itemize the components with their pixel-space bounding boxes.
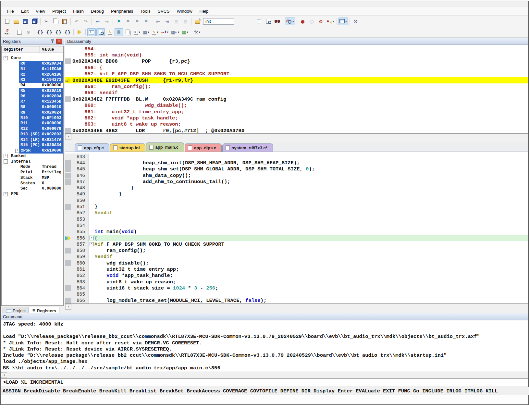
- chevron-down-icon[interactable]: ▾: [199, 31, 200, 34]
- run-to-line-icon[interactable]: {}: [63, 28, 72, 36]
- menu-item-svcs[interactable]: SVCS: [154, 8, 173, 15]
- expand-icon[interactable]: +: [15, 149, 19, 153]
- register-row[interactable]: R100x6F1003: [2, 115, 63, 121]
- chevron-down-icon[interactable]: ▾: [187, 31, 189, 34]
- command-window-icon[interactable]: [87, 28, 96, 36]
- symbol-window-icon[interactable]: [105, 28, 114, 36]
- disassembly-view[interactable]: 854: 855: int main(void)0x020A34DC BD08 …: [65, 45, 528, 134]
- disassembly-line[interactable]: 861: uint32_t time_entry_app;: [65, 109, 528, 115]
- redo-icon[interactable]: ↷: [81, 18, 90, 25]
- chevron-down-icon[interactable]: ▾: [292, 20, 294, 23]
- menu-item-flash[interactable]: Flash: [69, 8, 87, 15]
- system-viewer-icon[interactable]: ▦▾: [181, 28, 189, 36]
- menu-item-edit[interactable]: Edit: [18, 8, 32, 15]
- fold-collapse-icon[interactable]: -: [90, 242, 94, 246]
- disassembly-line[interactable]: 860: wdg_disable();: [65, 103, 528, 109]
- trace-window-icon[interactable]: ▦↓▾: [170, 28, 180, 36]
- register-row[interactable]: ModeThread: [2, 164, 63, 170]
- reset-icon[interactable]: ↺RST: [3, 28, 11, 36]
- register-row[interactable]: R30x194373: [2, 77, 63, 83]
- register-row[interactable]: R70x12345B: [2, 99, 63, 105]
- go-icon[interactable]: [75, 28, 84, 36]
- chevron-down-icon[interactable]: ▾: [333, 20, 334, 23]
- save-all-icon[interactable]: [30, 18, 39, 25]
- cut-icon[interactable]: ✂: [42, 18, 51, 25]
- serial-window-icon[interactable]: ▾: [151, 28, 159, 36]
- disassembly-line[interactable]: 0x020A34E6 48B2 LDR r0,[pc,#712] ; @0x02…: [65, 128, 528, 134]
- kill-all-breakpoints-icon[interactable]: ▾: [326, 18, 335, 25]
- editor-tab-app-cfg-c[interactable]: app_cfg.c: [75, 143, 109, 152]
- disable-all-breakpoints-icon[interactable]: ⊘: [317, 18, 325, 25]
- command-input[interactable]: >LOAD %L INCREMENTAL: [1, 378, 528, 386]
- configuration-wizard-icon[interactable]: [193, 18, 202, 25]
- indent-icon[interactable]: ⇥: [163, 18, 171, 25]
- register-row[interactable]: R00x020A34: [2, 61, 63, 67]
- register-row[interactable]: StackMSP: [2, 175, 63, 181]
- find-in-files-icon[interactable]: [264, 18, 272, 25]
- register-row[interactable]: R40x000000: [2, 83, 63, 88]
- register-row[interactable]: R120x000079: [2, 126, 63, 132]
- register-row[interactable]: States0: [2, 180, 63, 186]
- menu-item-debug[interactable]: Debug: [87, 8, 107, 15]
- register-row[interactable]: R80x000010: [2, 105, 63, 110]
- scroll-left-icon[interactable]: ◂: [1, 372, 7, 378]
- window-layout-icon[interactable]: ▾: [338, 18, 348, 25]
- bookmark-toggle-icon[interactable]: ⚑: [115, 18, 123, 25]
- bookmark-next-icon[interactable]: ⚑: [133, 18, 141, 25]
- register-row[interactable]: Privi...Privileg: [2, 170, 63, 175]
- debug-toolbox-icon[interactable]: ⚒▾: [193, 28, 201, 36]
- register-row[interactable]: R14 (LR)0x02147A: [2, 137, 63, 142]
- registers-window-icon[interactable]: ≣: [115, 28, 123, 36]
- disassembly-line[interactable]: 862: void *app_task_handle;: [65, 115, 528, 121]
- register-row[interactable]: +xPSR0x610000: [2, 148, 63, 154]
- chevron-down-icon[interactable]: ▾: [157, 31, 158, 34]
- expand-icon[interactable]: +: [4, 154, 8, 158]
- disassembly-line[interactable]: 854:: [65, 46, 528, 52]
- customize-tools-icon[interactable]: ⚒: [351, 18, 360, 25]
- chevron-down-icon[interactable]: ▾: [345, 20, 347, 23]
- disassembly-line[interactable]: 856: {: [65, 65, 528, 71]
- bookmark-clear-icon[interactable]: ⚑: [142, 18, 150, 25]
- registers-group-internal[interactable]: -Internal: [2, 159, 63, 164]
- step-into-icon[interactable]: {}: [36, 28, 44, 36]
- disassembly-hscrollbar[interactable]: ◂: [65, 134, 528, 140]
- disassembly-line[interactable]: 859: #endif: [65, 90, 528, 96]
- save-icon[interactable]: [21, 18, 30, 25]
- expand-icon[interactable]: +: [4, 192, 8, 196]
- call-stack-icon[interactable]: [124, 28, 132, 36]
- menu-item-project[interactable]: Project: [49, 8, 69, 15]
- disassembly-line[interactable]: 857: #if F_APP_DSP_SHM_80KB_TO_MCU_CHECK…: [65, 71, 528, 77]
- register-row[interactable]: R13 (SP)0x002893: [2, 132, 63, 137]
- disassembly-line[interactable]: 863: uint8_t wake_up_reason;: [65, 121, 528, 128]
- register-row[interactable]: R10x11ECA6: [2, 67, 63, 72]
- new-file-icon[interactable]: [3, 18, 11, 25]
- register-row[interactable]: R110x000000: [2, 121, 63, 126]
- options-checkbox[interactable]: [255, 18, 263, 25]
- navigate-forward-icon[interactable]: →: [103, 18, 111, 25]
- register-row[interactable]: R15 (PC)0x020A34: [2, 142, 63, 148]
- register-row[interactable]: R90x020024: [2, 110, 63, 116]
- step-out-icon[interactable]: {}: [54, 28, 63, 36]
- disassembly-line[interactable]: 858: ram_config();: [65, 83, 528, 90]
- registers-group-banked[interactable]: +Banked: [2, 154, 63, 159]
- memory-window-icon[interactable]: ▦▾: [142, 28, 150, 36]
- paste-icon[interactable]: [60, 18, 69, 25]
- enable-breakpoint-icon[interactable]: ○: [308, 18, 316, 25]
- disassembly-line[interactable]: 0x020A34DC BD08 POP {r3,pc}: [65, 58, 528, 65]
- uncomment-icon[interactable]: ≣: [181, 18, 190, 25]
- chevron-down-icon[interactable]: ▾: [167, 31, 169, 34]
- command-hscrollbar[interactable]: ◂: [1, 372, 528, 378]
- register-row[interactable]: R20x26A1B6: [2, 72, 63, 77]
- copy-icon[interactable]: [51, 18, 60, 25]
- undo-icon[interactable]: ↶: [72, 18, 81, 25]
- editor-tab-system-rtl87x3-c-[interactable]: system_rtl87x3.c*: [222, 143, 273, 152]
- menu-item-help[interactable]: Help: [196, 8, 212, 15]
- register-row[interactable]: Sec0.000000: [2, 186, 63, 191]
- navigate-back-icon[interactable]: ←: [93, 18, 102, 25]
- code-editor-area[interactable]: 843844 heap_shm_init(DSP_SHM_HEAP_ADDR, …: [65, 152, 528, 304]
- value-column-label[interactable]: Value: [40, 46, 63, 53]
- scroll-left-icon[interactable]: ◂: [65, 134, 71, 140]
- chevron-down-icon[interactable]: ▾: [148, 31, 149, 34]
- registers-group-core[interactable]: -Core: [2, 56, 63, 61]
- chevron-down-icon[interactable]: ▾: [139, 31, 140, 34]
